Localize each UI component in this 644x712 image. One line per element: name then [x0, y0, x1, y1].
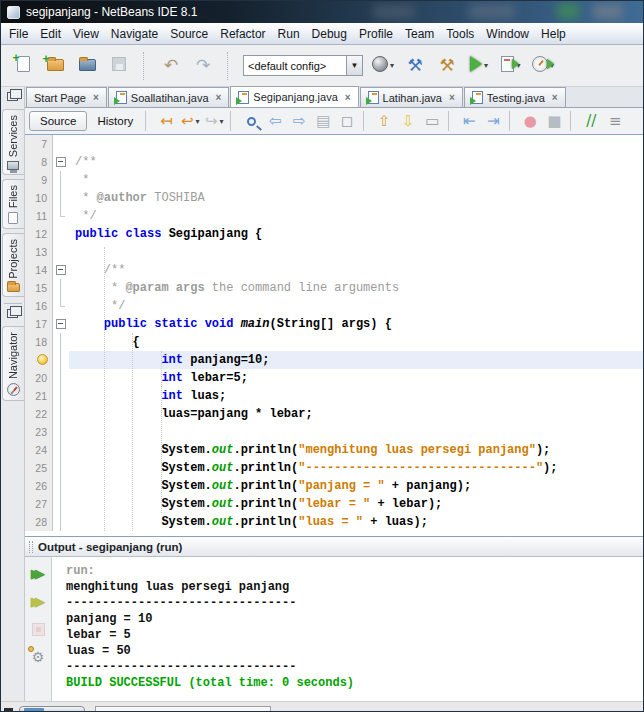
code-fold-column[interactable]: [53, 333, 69, 351]
line-number-gutter[interactable]: 11: [25, 207, 53, 225]
sidebar-item-services[interactable]: Services: [2, 109, 24, 175]
run-options-icon[interactable]: ⚙: [32, 646, 45, 668]
toggle-highlight-icon[interactable]: ▤: [312, 110, 334, 132]
dropdown-caret-icon[interactable]: ▾: [390, 61, 394, 70]
sidebar-item-files[interactable]: Files: [2, 179, 24, 229]
new-file-icon[interactable]: +: [8, 51, 38, 81]
taskbar-button[interactable]: [19, 706, 85, 712]
tab-close-icon[interactable]: ×: [552, 92, 558, 103]
code-fold-column[interactable]: [53, 405, 69, 423]
stop-macro-icon[interactable]: ■: [543, 110, 565, 132]
code-fold-column[interactable]: [53, 279, 69, 297]
menu-debug[interactable]: Debug: [306, 24, 353, 44]
tab-segipanjang-java[interactable]: Segipanjang.java×: [230, 86, 358, 107]
menu-window[interactable]: Window: [480, 24, 535, 44]
menu-help[interactable]: Help: [535, 24, 572, 44]
tab-start-page[interactable]: Start Page×: [26, 87, 107, 107]
duplicate-line-icon[interactable]: ▭: [421, 110, 443, 132]
tab-soallatihan-java[interactable]: Soallatihan.java×: [108, 87, 230, 107]
code-fold-column[interactable]: [53, 189, 69, 207]
restore-window-icon[interactable]: [7, 92, 18, 101]
next-occurrence-icon[interactable]: ⇨: [288, 110, 310, 132]
menu-profile[interactable]: Profile: [353, 24, 399, 44]
sidebar-item-navigator[interactable]: Navigator: [2, 326, 24, 401]
line-number-gutter[interactable]: 10: [25, 189, 53, 207]
code-fold-column[interactable]: [53, 171, 69, 189]
line-number-gutter[interactable]: 25: [25, 459, 53, 477]
line-number-gutter[interactable]: 17: [25, 315, 53, 333]
taskbar-button[interactable]: [95, 706, 271, 712]
code-fold-column[interactable]: [53, 513, 69, 531]
dropdown-caret-icon[interactable]: ▾: [220, 117, 224, 126]
code-fold-column[interactable]: [53, 495, 69, 513]
code-fold-column[interactable]: [53, 297, 69, 315]
menu-edit[interactable]: Edit: [34, 24, 67, 44]
move-down-icon[interactable]: ⇩: [397, 110, 419, 132]
move-up-icon[interactable]: ⇧: [373, 110, 395, 132]
code-fold-column[interactable]: [53, 315, 69, 333]
menu-file[interactable]: File: [3, 24, 34, 44]
redo-icon[interactable]: ↷: [188, 51, 218, 81]
code-fold-column[interactable]: [53, 423, 69, 441]
code-fold-column[interactable]: [53, 261, 69, 279]
menu-team[interactable]: Team: [399, 24, 440, 44]
history-view-button[interactable]: History: [89, 112, 141, 130]
dropdown-caret-icon[interactable]: ▾: [196, 117, 200, 126]
select-in-projects-icon[interactable]: ◻: [336, 110, 358, 132]
combobox-dropdown-icon[interactable]: ▼: [346, 56, 362, 75]
code-editor[interactable]: 78/**9 *10 * @author TOSHIBA11 */12publi…: [25, 135, 643, 536]
code-fold-column[interactable]: [53, 243, 69, 261]
menu-source[interactable]: Source: [164, 24, 214, 44]
code-fold-column[interactable]: [53, 459, 69, 477]
line-number-gutter[interactable]: 21: [25, 387, 53, 405]
code-fold-column[interactable]: [53, 207, 69, 225]
code-fold-column[interactable]: [53, 225, 69, 243]
stop-run-icon[interactable]: [32, 618, 45, 640]
output-header[interactable]: Output - segipanjang (run): [25, 537, 643, 557]
uncomment-icon[interactable]: ≡: [604, 110, 626, 132]
clean-build-icon[interactable]: ⚒: [432, 51, 462, 81]
previous-occurrence-icon[interactable]: ⇦: [264, 110, 286, 132]
menu-refactor[interactable]: Refactor: [214, 24, 271, 44]
dropdown-caret-icon[interactable]: ▾: [484, 61, 488, 70]
line-number-gutter[interactable]: 22: [25, 405, 53, 423]
tab-testing-java[interactable]: Testing.java×: [464, 87, 566, 107]
line-number-gutter[interactable]: 16: [25, 297, 53, 315]
line-number-gutter[interactable]: 20: [25, 369, 53, 387]
menu-tools[interactable]: Tools: [440, 24, 480, 44]
code-fold-column[interactable]: [53, 369, 69, 387]
source-view-button[interactable]: Source: [29, 111, 87, 131]
line-number-gutter[interactable]: 26: [25, 477, 53, 495]
set-main-project-icon[interactable]: ▾: [368, 51, 398, 81]
forward-icon[interactable]: ↪▾: [203, 110, 225, 132]
run-project-icon[interactable]: ▾: [464, 51, 494, 81]
line-number-gutter[interactable]: 15: [25, 279, 53, 297]
tab-close-icon[interactable]: ×: [345, 92, 351, 103]
shift-left-icon[interactable]: ⇤: [458, 110, 480, 132]
code-fold-column[interactable]: [53, 351, 69, 369]
line-number-gutter[interactable]: 24: [25, 441, 53, 459]
restore-window-icon[interactable]: [7, 309, 18, 318]
tab-latihan-java[interactable]: Latihan.java×: [360, 87, 463, 107]
code-fold-column[interactable]: [53, 387, 69, 405]
shift-right-icon[interactable]: ⇥: [482, 110, 504, 132]
menu-navigate[interactable]: Navigate: [105, 24, 164, 44]
tab-close-icon[interactable]: ×: [449, 92, 455, 103]
line-number-gutter[interactable]: 18: [25, 333, 53, 351]
comment-icon[interactable]: //: [580, 110, 602, 132]
menu-view[interactable]: View: [67, 24, 105, 44]
new-project-icon[interactable]: +: [40, 51, 70, 81]
code-fold-column[interactable]: [53, 153, 69, 171]
line-number-gutter[interactable]: 28: [25, 513, 53, 531]
panel-grip-icon[interactable]: [29, 541, 33, 553]
undo-icon[interactable]: ↶: [156, 51, 186, 81]
line-number-gutter[interactable]: 8: [25, 153, 53, 171]
line-number-gutter[interactable]: 7: [25, 135, 53, 153]
profile-project-icon[interactable]: ▾: [528, 51, 558, 81]
save-all-icon[interactable]: [104, 51, 134, 81]
line-number-gutter[interactable]: 12: [25, 225, 53, 243]
line-number-gutter[interactable]: [25, 351, 53, 369]
line-number-gutter[interactable]: 14: [25, 261, 53, 279]
build-project-icon[interactable]: ⚒: [400, 51, 430, 81]
code-fold-column[interactable]: [53, 477, 69, 495]
